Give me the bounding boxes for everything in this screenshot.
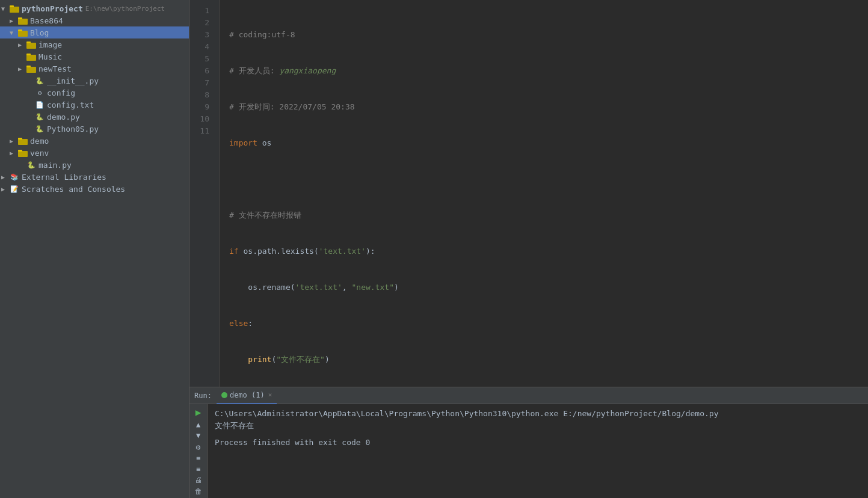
- expand-arrow: [10, 17, 18, 24]
- tree-label: venv: [30, 149, 49, 158]
- svg-rect-2: [18, 19, 28, 25]
- tree-label: demo.py: [47, 112, 80, 121]
- expand-arrow: [18, 66, 26, 72]
- tree-label: Blog: [30, 28, 49, 37]
- expand-arrow: [10, 138, 18, 144]
- line-numbers: 1 2 3 4 5 6 7 8 9 10 11: [189, 0, 220, 387]
- tree-item-pythonproject[interactable]: pythonProject E:\new\pythonProject: [0, 2, 189, 14]
- bottom-tab-demo[interactable]: demo (1) ×: [217, 387, 277, 404]
- expand-arrow: [1, 5, 10, 12]
- tree-label: config: [47, 88, 75, 97]
- tree-meta: E:\new\pythonProject: [85, 5, 165, 13]
- tree-item-config-txt[interactable]: 📄 config.txt: [0, 99, 189, 111]
- tree-item-python0s[interactable]: 🐍 Python0S.py: [0, 123, 189, 135]
- svg-rect-5: [18, 29, 22, 31]
- folder-open-icon: [18, 28, 28, 37]
- config-file-icon: ⚙: [35, 88, 45, 97]
- bottom-tabs: Run: demo (1) ×: [189, 387, 868, 404]
- expand-arrow: [10, 29, 18, 36]
- folder-icon: [26, 40, 36, 49]
- code-line-5: [229, 173, 868, 185]
- tree-label: image: [38, 40, 62, 49]
- tab-close-button[interactable]: ×: [268, 391, 272, 399]
- scratches-icon: 📝: [10, 184, 19, 194]
- run-label: Run:: [194, 392, 212, 400]
- tree-item-external-libs[interactable]: 📚 External Libraries: [0, 171, 189, 183]
- folder-icon: [26, 52, 36, 61]
- code-line-6: # 文件不存在时报错: [229, 209, 868, 221]
- tree-label: Python0S.py: [47, 124, 99, 134]
- svg-rect-6: [26, 43, 36, 49]
- tree-item-blog[interactable]: Blog: [0, 26, 189, 38]
- svg-rect-0: [10, 7, 19, 13]
- tree-item-demo-py[interactable]: 🐍 demo.py: [0, 111, 189, 123]
- svg-rect-4: [18, 31, 28, 37]
- python-file-icon: 🐍: [35, 112, 45, 121]
- svg-rect-11: [26, 66, 31, 67]
- console-output: C:\Users\Administrator\AppData\Local\Pro…: [208, 404, 868, 498]
- scroll-up-button[interactable]: ▲: [192, 420, 205, 429]
- code-line-3: # 开发时间: 2022/07/05 20:38: [229, 101, 868, 113]
- svg-rect-10: [26, 67, 36, 73]
- align2-button[interactable]: ≡: [192, 465, 205, 473]
- code-line-1: # coding:utf-8: [229, 29, 868, 41]
- svg-rect-13: [18, 138, 22, 140]
- tree-label: Music: [38, 52, 62, 61]
- console-output-line: 文件不存在: [215, 420, 861, 432]
- expand-arrow: [18, 42, 26, 48]
- folder-icon: [18, 148, 28, 158]
- scroll-down-button[interactable]: ▼: [192, 431, 205, 440]
- bottom-left-toolbar: ▶ ▲ ▼ ⚙ ≡ ≡ 🖨 🗑: [189, 404, 208, 498]
- code-line-4: import os: [229, 137, 868, 149]
- run-dot-icon: [221, 392, 227, 398]
- tree-label: main.py: [38, 161, 72, 170]
- tree-label: __init__.py: [47, 76, 99, 85]
- tree-label: demo: [30, 137, 49, 146]
- console-command-line: C:\Users\Administrator\AppData\Local\Pro…: [215, 408, 861, 420]
- tree-item-config[interactable]: ⚙ config: [0, 87, 189, 99]
- tree-label: External Libraries: [22, 173, 106, 182]
- code-line-7: if os.path.lexists('text.txt'):: [229, 245, 868, 257]
- tree-item-demo-folder[interactable]: demo: [0, 135, 189, 147]
- tree-item-venv[interactable]: venv: [0, 147, 189, 159]
- folder-icon: [18, 16, 28, 25]
- python-file-icon: 🐍: [35, 124, 45, 134]
- code-line-8: os.rename('text.txt', "new.txt"): [229, 281, 868, 294]
- tree-label: Base864: [30, 16, 63, 25]
- tree-label: newTest: [38, 64, 72, 73]
- expand-arrow: [1, 186, 10, 192]
- tree-label: config.txt: [47, 100, 94, 109]
- delete-button[interactable]: 🗑: [192, 487, 205, 496]
- print-button[interactable]: 🖨: [192, 476, 205, 484]
- svg-rect-12: [18, 139, 28, 145]
- tree-item-newtest[interactable]: newTest: [0, 63, 189, 75]
- folder-icon: [10, 4, 19, 13]
- tree-item-music[interactable]: Music: [0, 51, 189, 63]
- tree-item-main-py[interactable]: 🐍 main.py: [0, 159, 189, 171]
- console-finish-line: Process finished with exit code 0: [215, 437, 861, 449]
- editor-area: 1 2 3 4 5 6 7 8 9 10 11 # coding:utf-8 #…: [189, 0, 868, 498]
- tree-item-scratches[interactable]: 📝 Scratches and Consoles: [0, 183, 189, 195]
- expand-arrow: [1, 174, 10, 180]
- tab-label: demo (1): [230, 391, 265, 399]
- bottom-content: ▶ ▲ ▼ ⚙ ≡ ≡ 🖨 🗑 C:\Users\Administrator\A…: [189, 404, 868, 498]
- svg-rect-3: [18, 17, 22, 19]
- align-button[interactable]: ≡: [192, 454, 205, 463]
- external-libs-icon: 📚: [10, 172, 19, 182]
- svg-rect-7: [26, 42, 31, 43]
- tree-item-init[interactable]: 🐍 __init__.py: [0, 75, 189, 87]
- folder-icon: [18, 136, 28, 146]
- svg-rect-14: [18, 151, 28, 157]
- python-file-icon: 🐍: [35, 76, 45, 85]
- run-button[interactable]: ▶: [192, 407, 205, 418]
- svg-rect-15: [18, 150, 22, 152]
- python-file-icon: 🐍: [26, 160, 36, 170]
- code-editor[interactable]: # coding:utf-8 # 开发人员: yangxiaopeng # 开发…: [220, 0, 868, 387]
- svg-rect-1: [10, 5, 14, 7]
- tree-item-image[interactable]: image: [0, 38, 189, 51]
- code-container[interactable]: 1 2 3 4 5 6 7 8 9 10 11 # coding:utf-8 #…: [189, 0, 868, 387]
- tree-item-base864[interactable]: Base864: [0, 14, 189, 26]
- folder-icon: [26, 64, 36, 73]
- settings-button[interactable]: ⚙: [192, 443, 205, 452]
- tree-label: pythonProject: [22, 4, 83, 13]
